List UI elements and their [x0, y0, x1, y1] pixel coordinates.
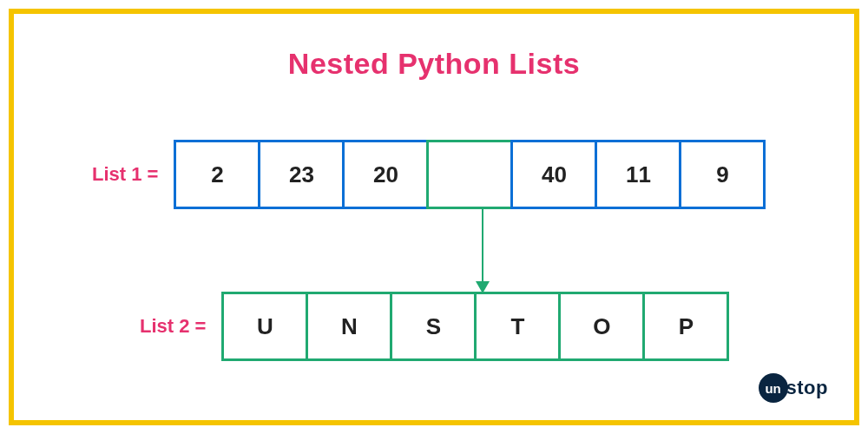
- list2-cell: S: [390, 292, 477, 361]
- list2-cell: T: [474, 292, 561, 361]
- brand-logo-circle: un: [759, 373, 788, 403]
- list2-cell: N: [306, 292, 392, 361]
- nested-arrow-icon: [482, 209, 483, 292]
- list1-cell: 2: [174, 140, 260, 209]
- list2-row: List 2 = U N S T O P: [140, 292, 729, 361]
- list1-cell: 9: [679, 140, 766, 209]
- diagram-title: Nested Python Lists: [14, 47, 854, 81]
- list2-label: List 2 =: [140, 315, 206, 338]
- list2-cells: U N S T O P: [221, 292, 729, 361]
- list1-cell: 11: [595, 140, 681, 209]
- list2-cell: O: [558, 292, 645, 361]
- list1-cell: 40: [510, 140, 597, 209]
- list1-cells: 2 23 20 40 11 9: [174, 140, 766, 209]
- list1-cell: 20: [342, 140, 429, 209]
- list2-cell: U: [221, 292, 308, 361]
- brand-logo: un stop: [759, 373, 828, 403]
- list1-row: List 1 = 2 23 20 40 11 9: [92, 140, 766, 209]
- list1-cell: 23: [258, 140, 345, 209]
- list1-nested-cell: [426, 140, 513, 209]
- list1-label: List 1 =: [92, 163, 158, 186]
- diagram-frame: Nested Python Lists List 1 = 2 23 20 40 …: [9, 9, 859, 425]
- brand-logo-text: stop: [786, 377, 828, 399]
- list2-cell: P: [642, 292, 729, 361]
